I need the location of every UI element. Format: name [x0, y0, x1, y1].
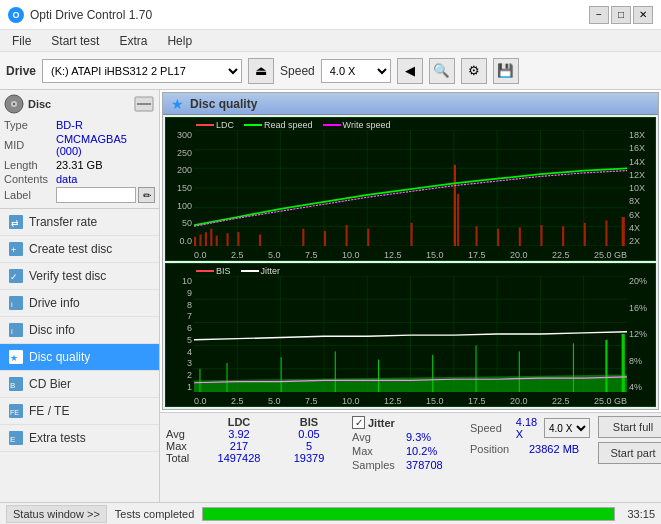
total-bis: 19379 — [274, 452, 344, 464]
read-speed-legend-label: Read speed — [264, 120, 313, 130]
transfer-rate-icon: ⇄ — [8, 214, 24, 230]
svg-text:✓: ✓ — [10, 272, 18, 282]
write-speed-legend-label: Write speed — [343, 120, 391, 130]
y-label: 18X — [629, 130, 645, 140]
fe-te-icon: FE — [8, 403, 24, 419]
label-input[interactable] — [56, 187, 136, 203]
disc-type-label: Type — [4, 119, 56, 131]
drive-eject-icon — [133, 95, 155, 113]
drive-select[interactable]: (K:) ATAPI iHBS312 2 PL17 — [42, 59, 242, 83]
y-label: 9 — [187, 288, 192, 298]
jitter-samples-row: Samples 378708 — [352, 459, 462, 471]
x-label: 7.5 — [305, 396, 318, 406]
svg-rect-41 — [205, 232, 207, 246]
svg-text:⇄: ⇄ — [11, 218, 19, 228]
svg-rect-87 — [605, 340, 607, 392]
position-row: Position 23862 MB — [470, 443, 590, 455]
x-label: 5.0 — [268, 396, 281, 406]
disc-icon — [4, 94, 24, 114]
y-label: 250 — [177, 148, 192, 158]
main-layout: Disc Type BD-R MID CMCMAGBA5 (000) Lengt… — [0, 90, 661, 502]
label-edit-button[interactable]: ✏ — [138, 187, 155, 203]
svg-rect-82 — [378, 360, 379, 392]
x-label: 17.5 — [468, 250, 486, 260]
sidebar-item-label: Transfer rate — [29, 215, 97, 229]
svg-text:FE: FE — [10, 409, 19, 416]
sidebar-item-disc-info[interactable]: i Disc info — [0, 317, 159, 344]
svg-rect-51 — [454, 165, 456, 246]
svg-rect-83 — [432, 355, 433, 392]
avg-bis: 0.05 — [274, 428, 344, 440]
sidebar-item-verify-test-disc[interactable]: ✓ Verify test disc — [0, 263, 159, 290]
stats-area: LDC BIS Avg 3.92 0.05 Max 217 5 Total 14… — [160, 412, 661, 502]
sidebar-item-label: Disc info — [29, 323, 75, 337]
menu-start-test[interactable]: Start test — [43, 32, 107, 50]
avg-ldc: 3.92 — [204, 428, 274, 440]
sidebar-item-cd-bier[interactable]: B CD Bier — [0, 371, 159, 398]
maximize-button[interactable]: □ — [611, 6, 631, 24]
menu-file[interactable]: File — [4, 32, 39, 50]
arrow-left-icon: ◀ — [405, 63, 415, 78]
svg-rect-53 — [411, 223, 413, 246]
nav-items: ⇄ Transfer rate + Create test disc ✓ Ver… — [0, 209, 159, 452]
start-full-button[interactable]: Start full — [598, 416, 661, 438]
status-window-button[interactable]: Status window >> — [6, 505, 107, 523]
y-label: 2X — [629, 236, 640, 246]
x-label: 17.5 — [468, 396, 486, 406]
start-part-button[interactable]: Start part — [598, 442, 661, 464]
speed-select[interactable]: 4.0 X — [321, 59, 391, 83]
disc-label-row: Label ✏ — [4, 186, 155, 204]
pencil-icon: ✏ — [143, 190, 151, 201]
refresh-button[interactable]: ◀ — [397, 58, 423, 84]
sidebar-item-create-test-disc[interactable]: + Create test disc — [0, 236, 159, 263]
disc-contents-label: Contents — [4, 173, 56, 185]
write-speed-legend-color — [323, 124, 341, 126]
y-label: 100 — [177, 201, 192, 211]
svg-rect-44 — [226, 233, 228, 246]
y-label: 150 — [177, 183, 192, 193]
chart1-y-left: 300 250 200 150 100 50 0.0 — [166, 130, 194, 246]
y-label: 8 — [187, 300, 192, 310]
disc-panel: Disc Type BD-R MID CMCMAGBA5 (000) Lengt… — [0, 90, 159, 209]
y-label: 16% — [629, 303, 647, 313]
ldc-bis-table: LDC BIS Avg 3.92 0.05 Max 217 5 Total 14… — [166, 416, 344, 464]
jitter-max-row: Max 10.2% — [352, 445, 462, 457]
sidebar-item-transfer-rate[interactable]: ⇄ Transfer rate — [0, 209, 159, 236]
svg-rect-46 — [259, 234, 261, 246]
jitter-avg-label: Avg — [352, 431, 402, 443]
x-label: 15.0 — [426, 396, 444, 406]
start-buttons: Start full Start part — [598, 416, 661, 464]
close-button[interactable]: ✕ — [633, 6, 653, 24]
drive-label: Drive — [6, 64, 36, 78]
y-label: 4 — [187, 347, 192, 357]
y-label: 8X — [629, 196, 640, 206]
position-value: 23862 MB — [529, 443, 579, 455]
menu-help[interactable]: Help — [159, 32, 200, 50]
x-label: 22.5 — [552, 396, 570, 406]
y-label: 6 — [187, 323, 192, 333]
status-bar: Status window >> Tests completed 33:15 — [0, 502, 661, 524]
speed-select-control[interactable]: 4.0 X — [544, 418, 590, 438]
scan-button[interactable]: 🔍 — [429, 58, 455, 84]
save-button[interactable]: 💾 — [493, 58, 519, 84]
status-complete-text: Tests completed — [115, 508, 194, 520]
sidebar-item-label: Drive info — [29, 296, 80, 310]
svg-rect-4 — [137, 103, 151, 105]
drive-info-icon: i — [8, 295, 24, 311]
max-label: Max — [166, 440, 204, 452]
svg-rect-42 — [210, 229, 212, 246]
legend-jitter: Jitter — [241, 266, 281, 276]
y-label: 6X — [629, 210, 640, 220]
eject-button[interactable]: ⏏ — [248, 58, 274, 84]
sidebar-item-extra-tests[interactable]: E Extra tests — [0, 425, 159, 452]
settings-button[interactable]: ⚙ — [461, 58, 487, 84]
minimize-button[interactable]: − — [589, 6, 609, 24]
bis-legend-color — [196, 270, 214, 272]
sidebar-item-disc-quality[interactable]: ★ Disc quality — [0, 344, 159, 371]
svg-rect-57 — [540, 225, 542, 246]
sidebar-item-fe-te[interactable]: FE FE / TE — [0, 398, 159, 425]
stats-header: LDC BIS — [166, 416, 344, 428]
jitter-checkbox[interactable]: ✓ — [352, 416, 365, 429]
menu-extra[interactable]: Extra — [111, 32, 155, 50]
sidebar-item-drive-info[interactable]: i Drive info — [0, 290, 159, 317]
